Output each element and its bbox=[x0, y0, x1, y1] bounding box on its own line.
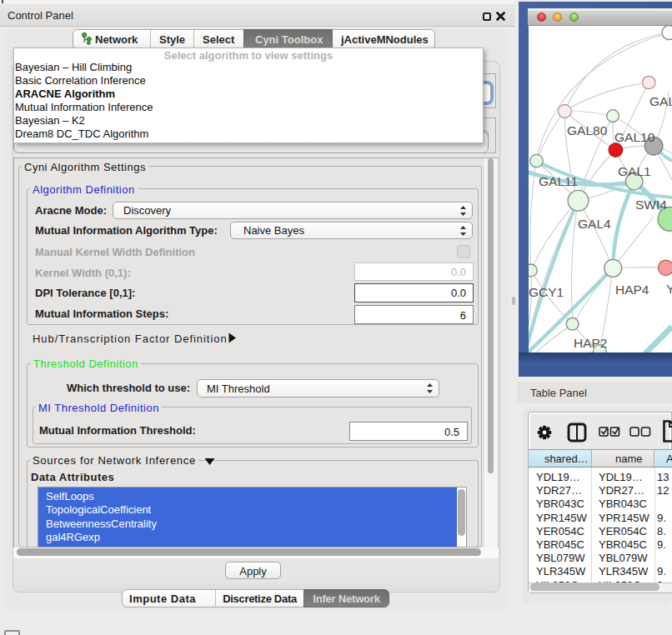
svg-text:GAL1: GAL1 bbox=[618, 164, 651, 178]
svg-text:SWI4: SWI4 bbox=[635, 198, 667, 212]
svg-text:GAL4: GAL4 bbox=[578, 217, 611, 231]
svg-text:GAL11: GAL11 bbox=[539, 174, 578, 188]
svg-text:GAL7: GAL7 bbox=[649, 94, 672, 108]
svg-text:GAL10: GAL10 bbox=[614, 130, 655, 144]
svg-text:HAP2: HAP2 bbox=[574, 336, 608, 350]
svg-text:YD: YD bbox=[666, 282, 672, 296]
svg-text:GAL80: GAL80 bbox=[567, 123, 608, 138]
svg-text:GCY1: GCY1 bbox=[529, 285, 564, 299]
svg-text:HAP4: HAP4 bbox=[615, 282, 649, 297]
